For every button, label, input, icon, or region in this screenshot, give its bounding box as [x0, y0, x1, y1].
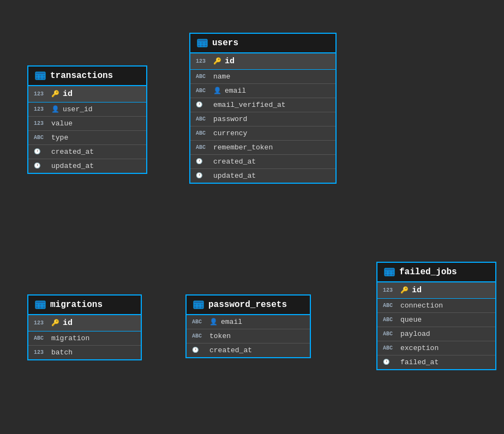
- num-icon: 123: [34, 92, 48, 97]
- table-failed-jobs: failed_jobs 123 🔑 id ABC connection ABC …: [376, 262, 496, 370]
- table-failed-jobs-title: failed_jobs: [399, 267, 457, 277]
- fk-icon: 👤: [209, 318, 218, 326]
- table-users-title: users: [212, 38, 238, 48]
- abc-icon: ABC: [34, 336, 48, 341]
- pk-person-icon: 🔑: [51, 319, 59, 327]
- pk-person-icon: 🔑: [213, 57, 221, 65]
- failed-jobs-field-exception: ABC exception: [377, 341, 495, 355]
- abc-icon: ABC: [196, 88, 210, 94]
- failed-jobs-id-label: id: [412, 286, 422, 295]
- failed-jobs-field-queue: ABC queue: [377, 313, 495, 327]
- date-icon: 🕐: [196, 159, 210, 165]
- abc-icon: ABC: [34, 135, 48, 141]
- transactions-field-type: ABC type: [28, 131, 146, 145]
- migrations-id-label: id: [63, 318, 73, 328]
- table-grid-icon: [197, 39, 208, 47]
- table-migrations: migrations 123 🔑 id ABC migration 123 ba…: [27, 294, 142, 360]
- transactions-id-label: id: [63, 89, 73, 99]
- password-resets-field-created-at: 🕐 created_at: [187, 343, 310, 357]
- abc-icon: ABC: [196, 74, 210, 80]
- users-field-created-at: 🕐 created_at: [190, 155, 335, 169]
- abc-icon: ABC: [383, 317, 397, 323]
- date-icon: 🕐: [192, 348, 206, 353]
- table-password-resets-header: password_resets: [187, 296, 310, 315]
- svg-rect-10: [35, 301, 45, 309]
- date-icon: 🕐: [196, 103, 210, 108]
- svg-rect-5: [35, 72, 45, 80]
- migrations-field-migration: ABC migration: [28, 331, 141, 346]
- users-field-password: ABC password: [190, 112, 335, 126]
- date-icon: 🕐: [34, 149, 48, 155]
- abc-icon: ABC: [383, 346, 397, 351]
- num-icon: 123: [34, 107, 48, 112]
- users-field-currency: ABC currency: [190, 126, 335, 141]
- pk-person-icon: 🔑: [400, 286, 409, 294]
- table-grid-icon: [35, 300, 46, 309]
- migrations-field-id: 123 🔑 id: [28, 315, 141, 331]
- abc-icon: ABC: [192, 320, 206, 325]
- num-icon: 123: [383, 288, 397, 293]
- abc-icon: ABC: [383, 303, 397, 309]
- users-field-id: 123 🔑 id: [190, 53, 335, 70]
- transactions-field-value: 123 value: [28, 117, 146, 131]
- table-transactions-header: transactions: [28, 67, 146, 86]
- password-resets-field-email: ABC 👤 email: [187, 315, 310, 329]
- num-icon: 123: [34, 121, 48, 126]
- transactions-field-id: 123 🔑 id: [28, 86, 146, 103]
- transactions-field-updated-at: 🕐 updated_at: [28, 159, 146, 173]
- svg-rect-0: [197, 39, 207, 47]
- num-icon: 123: [34, 350, 48, 355]
- table-users-header: users: [190, 34, 335, 53]
- date-icon: 🕐: [34, 164, 48, 169]
- migrations-field-batch: 123 batch: [28, 346, 141, 359]
- fk-icon: 👤: [213, 87, 221, 95]
- abc-icon: ABC: [192, 334, 206, 339]
- table-grid-icon: [193, 300, 204, 309]
- users-id-label: id: [225, 57, 235, 66]
- password-resets-field-token: ABC token: [187, 329, 310, 343]
- users-field-email: ABC 👤 email: [190, 84, 335, 98]
- num-icon: 123: [34, 321, 48, 326]
- users-field-remember-token: ABC remember_token: [190, 141, 335, 155]
- failed-jobs-field-payload: ABC payload: [377, 327, 495, 341]
- table-grid-icon: [35, 71, 46, 80]
- transactions-field-created-at: 🕐 created_at: [28, 145, 146, 159]
- date-icon: 🕐: [383, 360, 397, 365]
- date-icon: 🕐: [196, 173, 210, 179]
- table-password-resets-title: password_resets: [208, 300, 287, 310]
- svg-rect-15: [194, 301, 203, 309]
- table-migrations-title: migrations: [50, 300, 103, 310]
- table-password-resets: password_resets ABC 👤 email ABC token 🕐 …: [185, 294, 311, 358]
- table-users: users 123 🔑 id ABC name ABC 👤 email 🕐 em…: [189, 33, 337, 184]
- abc-icon: ABC: [196, 131, 210, 136]
- table-migrations-header: migrations: [28, 296, 141, 315]
- failed-jobs-field-connection: ABC connection: [377, 299, 495, 313]
- users-field-updated-at: 🕐 updated_at: [190, 169, 335, 183]
- failed-jobs-field-id: 123 🔑 id: [377, 282, 495, 299]
- table-failed-jobs-header: failed_jobs: [377, 263, 495, 282]
- abc-icon: ABC: [196, 117, 210, 122]
- table-grid-icon: [384, 268, 395, 276]
- table-transactions: transactions 123 🔑 id 123 👤 user_id 123 …: [27, 65, 147, 174]
- table-transactions-title: transactions: [50, 71, 113, 81]
- svg-rect-20: [385, 268, 394, 276]
- abc-icon: ABC: [196, 145, 210, 150]
- users-field-name: ABC name: [190, 70, 335, 84]
- transactions-field-user-id: 123 👤 user_id: [28, 103, 146, 117]
- users-field-email-verified: 🕐 email_verified_at: [190, 98, 335, 112]
- abc-icon: ABC: [383, 331, 397, 337]
- pk-person-icon: 🔑: [51, 90, 59, 98]
- fk-icon: 👤: [51, 105, 59, 113]
- num-icon: 123: [196, 59, 210, 64]
- failed-jobs-field-failed-at: 🕐 failed_at: [377, 355, 495, 369]
